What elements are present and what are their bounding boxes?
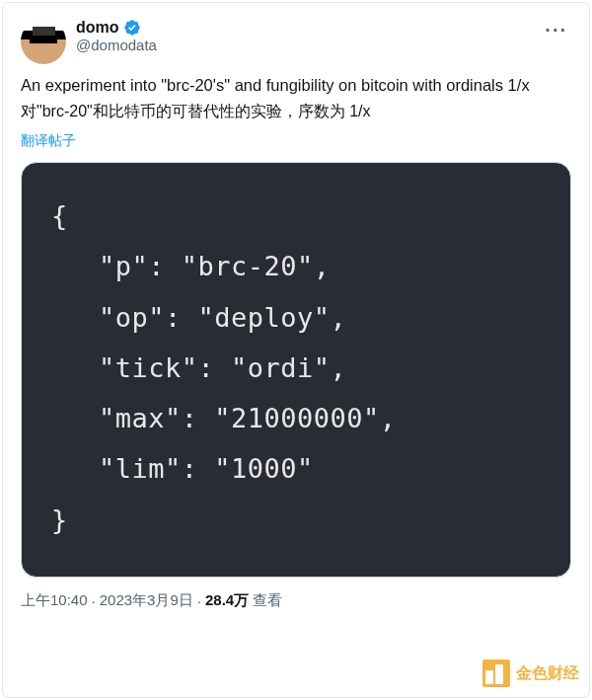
name-row: domo	[76, 19, 531, 37]
code-line-open: {	[51, 191, 541, 241]
more-button[interactable]: ···	[541, 19, 571, 41]
code-line-3: "tick": "ordi",	[51, 343, 541, 393]
tweet-date[interactable]: 2023年3月9日	[100, 591, 193, 610]
code-line-1: "p": "brc-20",	[51, 241, 541, 291]
separator-dot: ·	[92, 592, 96, 609]
views-label: 查看	[253, 591, 282, 610]
tweet-text-en: An experiment into "brc-20's" and fungib…	[21, 74, 571, 98]
code-line-5: "lim": "1000"	[51, 443, 541, 494]
tweet-time[interactable]: 上午10:40	[21, 591, 88, 610]
code-line-2: "op": "deploy",	[51, 292, 541, 343]
code-line-close: }	[51, 495, 541, 545]
translate-link[interactable]: 翻译帖子	[21, 132, 76, 150]
separator-dot: ·	[197, 592, 201, 609]
user-handle[interactable]: @domodata	[76, 37, 531, 53]
code-line-4: "max": "21000000",	[51, 393, 541, 443]
tweet-meta: 上午10:40 · 2023年3月9日 · 28.4万 查看	[21, 591, 571, 610]
avatar[interactable]	[21, 19, 66, 64]
tweet-text-cn: 对"brc-20"和比特币的可替代性的实验，序数为 1/x	[21, 100, 571, 123]
watermark: 金色财经	[482, 660, 579, 687]
user-info: domo @domodata	[76, 19, 531, 53]
tweet-header: domo @domodata ···	[21, 19, 571, 64]
verified-badge-icon	[123, 19, 141, 37]
views-count[interactable]: 28.4万	[205, 591, 249, 610]
tweet-card: domo @domodata ··· An experiment into "b…	[2, 2, 590, 698]
watermark-text: 金色财经	[516, 663, 579, 684]
avatar-image	[21, 19, 66, 64]
display-name[interactable]: domo	[76, 19, 119, 37]
watermark-icon	[482, 660, 510, 687]
code-block-image[interactable]: { "p": "brc-20", "op": "deploy", "tick":…	[21, 162, 571, 578]
